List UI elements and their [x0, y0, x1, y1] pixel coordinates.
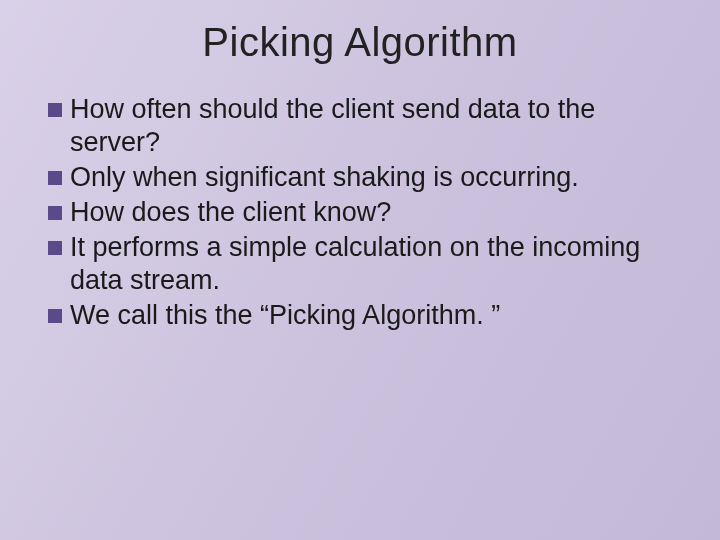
list-item: Only when significant shaking is occurri… [48, 161, 680, 194]
bullet-text: How does the client know? [70, 196, 680, 229]
slide: Picking Algorithm How often should the c… [0, 0, 720, 540]
bullet-icon [48, 241, 62, 255]
bullet-icon [48, 171, 62, 185]
list-item: How does the client know? [48, 196, 680, 229]
bullet-text: It performs a simple calculation on the … [70, 231, 680, 297]
bullet-icon [48, 309, 62, 323]
list-item: We call this the “Picking Algorithm. ” [48, 299, 680, 332]
bullet-text: Only when significant shaking is occurri… [70, 161, 680, 194]
bullet-icon [48, 206, 62, 220]
bullet-text: How often should the client send data to… [70, 93, 680, 159]
list-item: It performs a simple calculation on the … [48, 231, 680, 297]
slide-title: Picking Algorithm [40, 20, 680, 65]
slide-body: How often should the client send data to… [40, 93, 680, 332]
bullet-text: We call this the “Picking Algorithm. ” [70, 299, 680, 332]
list-item: How often should the client send data to… [48, 93, 680, 159]
bullet-icon [48, 103, 62, 117]
